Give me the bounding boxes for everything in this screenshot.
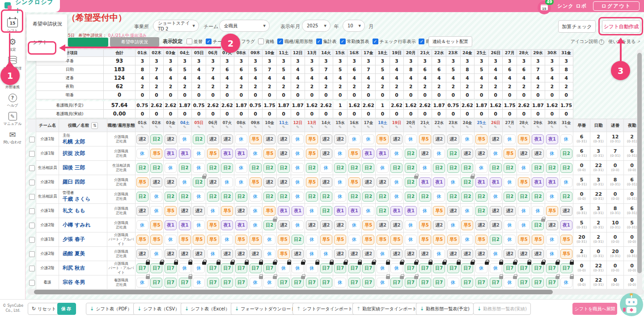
- shift-cell[interactable]: 夜1: [234, 218, 249, 232]
- shift-chip[interactable]: 日2: [306, 163, 318, 173]
- shift-chip[interactable]: 休: [362, 134, 374, 144]
- shift-cell[interactable]: 日7: [234, 275, 249, 290]
- bottom-button-4[interactable]: ⇣シフト表（Excel）: [181, 303, 233, 315]
- employee-name-cell[interactable]: 宗谷 冬男: [59, 275, 107, 290]
- shift-cell[interactable]: 早5: [517, 232, 531, 247]
- shift-cell[interactable]: 夜1: [404, 204, 418, 218]
- shift-cell[interactable]: 早5: [475, 132, 489, 146]
- shift-chip[interactable]: 休: [362, 206, 374, 216]
- shift-chip[interactable]: 日7: [150, 263, 162, 273]
- shift-chip[interactable]: 日2: [447, 149, 459, 159]
- shift-chip[interactable]: 休: [150, 206, 162, 216]
- shift-chip[interactable]: 早5: [546, 206, 558, 216]
- shift-chip[interactable]: 遅2: [518, 149, 530, 159]
- shift-cell[interactable]: 休: [192, 189, 206, 204]
- shift-cell[interactable]: 夜1: [347, 204, 362, 218]
- shift-chip[interactable]: 休: [490, 192, 502, 202]
- shift-chip[interactable]: 休: [405, 134, 417, 144]
- shift-chip[interactable]: 早5: [150, 220, 162, 230]
- shift-chip[interactable]: 日7: [532, 263, 544, 273]
- shift-cell[interactable]: 早5: [446, 232, 461, 247]
- shift-chip[interactable]: 休: [334, 149, 346, 159]
- shift-chip[interactable]: 日7: [263, 263, 275, 273]
- shift-cell[interactable]: 日2: [150, 132, 164, 146]
- shift-cell[interactable]: 遅2: [531, 247, 546, 261]
- shift-cell[interactable]: 早5: [418, 218, 432, 232]
- shift-cell[interactable]: 休: [404, 132, 418, 146]
- shift-chip[interactable]: 休: [348, 235, 360, 245]
- shift-chip[interactable]: 遅2: [447, 134, 459, 144]
- shift-chip[interactable]: 休: [165, 235, 177, 245]
- shift-cell[interactable]: 遅2: [178, 247, 192, 261]
- shift-chip[interactable]: 遅2: [263, 134, 275, 144]
- shift-cell[interactable]: 休: [305, 247, 319, 261]
- shift-chip[interactable]: 早5: [136, 177, 148, 187]
- shift-chip[interactable]: 日7: [278, 278, 290, 288]
- shift-chip[interactable]: 休: [278, 263, 290, 273]
- shift-chip[interactable]: 日7: [433, 263, 445, 273]
- pencil-icon[interactable]: ✎: [437, 125, 441, 130]
- shift-cell[interactable]: 休: [178, 261, 192, 275]
- grid-date-header[interactable]: 18土✎: [376, 119, 390, 132]
- shift-cell[interactable]: 休: [263, 275, 277, 290]
- shift-chip[interactable]: 早5: [150, 149, 162, 159]
- shift-chip[interactable]: 夜1: [490, 177, 502, 187]
- shift-cell[interactable]: 遅2: [164, 247, 178, 261]
- shift-cell[interactable]: 遅2: [178, 204, 192, 218]
- shift-cell[interactable]: 遅2: [418, 247, 432, 261]
- shift-chip[interactable]: 日7: [419, 263, 431, 273]
- shift-cell[interactable]: 早5: [150, 218, 164, 232]
- shift-cell[interactable]: 遅2: [347, 247, 362, 261]
- shift-chip[interactable]: 日7: [165, 278, 177, 288]
- shift-cell[interactable]: 夜1: [178, 146, 192, 161]
- shift-chip[interactable]: 遅2: [334, 220, 346, 230]
- shift-chip[interactable]: 日7: [348, 278, 360, 288]
- shift-cell[interactable]: 日2: [446, 146, 461, 161]
- shift-cell[interactable]: 休: [489, 146, 503, 161]
- shift-cell[interactable]: 日2: [263, 218, 277, 232]
- shift-cell[interactable]: 夜1: [559, 218, 574, 232]
- display-checkbox-0[interactable]: 並替: [186, 39, 203, 45]
- shift-chip[interactable]: 日2: [504, 163, 516, 173]
- shift-cell[interactable]: 早5: [531, 232, 546, 247]
- shift-chip[interactable]: 夜1: [546, 177, 558, 187]
- shift-chip[interactable]: 早5: [532, 235, 544, 245]
- shift-cell[interactable]: 休: [291, 132, 305, 146]
- shift-chip[interactable]: 日7: [405, 278, 417, 288]
- shift-cell[interactable]: 遅2: [503, 204, 517, 218]
- shift-cell[interactable]: 夜1: [531, 132, 546, 146]
- shift-cell[interactable]: 休: [390, 261, 404, 275]
- shift-chip[interactable]: 夜1: [390, 206, 402, 216]
- vertical-scrollbar[interactable]: [637, 49, 642, 294]
- shift-cell[interactable]: 日7: [531, 275, 546, 290]
- shift-chip[interactable]: 休: [518, 206, 530, 216]
- shift-cell[interactable]: 日2: [475, 204, 489, 218]
- shift-cell[interactable]: 日7: [206, 261, 220, 275]
- shift-chip[interactable]: 遅2: [235, 249, 247, 259]
- shift-cell[interactable]: 早5: [517, 175, 531, 189]
- shift-cell[interactable]: 休: [263, 232, 277, 247]
- shift-chip[interactable]: 夜1: [292, 206, 304, 216]
- shift-chip[interactable]: 日2: [518, 192, 530, 202]
- shift-cell[interactable]: 遅2: [277, 146, 291, 161]
- shift-cell[interactable]: 遅2: [517, 146, 531, 161]
- shift-cell[interactable]: 夜1: [545, 132, 559, 146]
- shift-cell[interactable]: 早5: [362, 218, 376, 232]
- shift-cell[interactable]: 日7: [220, 275, 235, 290]
- shift-chip[interactable]: 夜1: [475, 177, 487, 187]
- display-checkbox-4[interactable]: ✓職種/雇用形態: [277, 39, 313, 45]
- shift-cell[interactable]: 休: [376, 247, 390, 261]
- shift-chip[interactable]: 日7: [221, 278, 233, 288]
- shift-chip[interactable]: 休: [193, 163, 205, 173]
- shift-cell[interactable]: 日2: [333, 161, 347, 175]
- shift-cell[interactable]: 日7: [263, 261, 277, 275]
- shift-chip[interactable]: 遅2: [193, 249, 205, 259]
- shift-chip[interactable]: 遅2: [221, 249, 233, 259]
- shift-chip[interactable]: 早5: [461, 220, 473, 230]
- bottom-button-8[interactable]: ⇣勤務形態一覧表(予定): [416, 303, 474, 315]
- shift-chip[interactable]: 休: [348, 134, 360, 144]
- shift-chip[interactable]: 日2: [348, 192, 360, 202]
- shift-chip[interactable]: 遅2: [532, 149, 544, 159]
- shift-cell[interactable]: 日2: [362, 189, 376, 204]
- shift-cell[interactable]: 夜1: [277, 204, 291, 218]
